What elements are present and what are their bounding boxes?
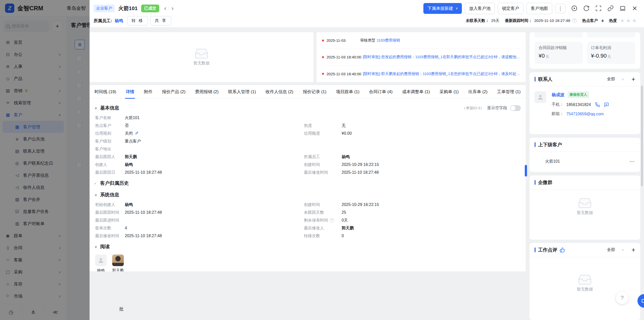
tab-item[interactable]: 费用报销 (2) [195,85,219,99]
heat-drop-icon[interactable] [600,19,605,23]
refresh-icon[interactable] [583,5,590,12]
create-subdoc-button[interactable]: 下属单据新建 ∨ [423,3,462,14]
field-label: 转移次数 [304,233,342,238]
laptop-icon[interactable] [619,5,626,12]
detail-header: 企业客户 火箭101 已成交 ‹ › 下属单据新建 ∨ 放入客户池 锁定客户 客… [90,0,644,27]
tab-label: 详情 [126,89,134,95]
notice-link[interactable]: [限时审批]-郭天鹏发起的费用报销：1103费用报销_1在您的审批节点已超过3分… [363,72,520,76]
tab-item[interactable]: 出库单 (2) [468,85,488,99]
edit-icon[interactable]: ✎ [135,131,138,136]
panel-header: 联系人 全部 ∨ + [530,72,640,86]
panel-header: 上下级客户 [530,138,640,152]
help-circle-icon[interactable]: ? [572,18,577,23]
empty-text: 暂无数据 [577,287,593,292]
filter-select[interactable]: 全部 [607,247,615,253]
section-basic-header[interactable]: ∨ 基本信息 （单据ID:3） 显示空字段 [95,105,521,111]
reader-item[interactable]: 郭天鹏 [112,255,124,271]
stat-cards-cut [535,32,635,38]
move-to-pool-button[interactable]: 放入客户池 [465,3,495,14]
heat-stars[interactable]: ★★★ [620,18,638,24]
customer-map-button[interactable]: 客户地图 [527,3,552,14]
scrollbar[interactable] [641,86,643,186]
chevron-down-icon: ∨ [622,248,624,252]
panel-header: 企微群 [530,175,640,190]
notice-item[interactable]: 2025-11-03 18:40:00 [限时审批]-郭天鹏发起的费用报销：11… [322,65,520,82]
panel-title: 工作点评 [538,247,557,253]
tab-item[interactable]: 报价产品 (2) [162,85,186,99]
more-actions-button[interactable]: ⋮ [555,4,566,13]
help-circle-icon[interactable]: ? [330,218,334,223]
tab-item[interactable]: 报价记录 (1) [303,85,327,99]
chat-icon[interactable] [604,102,609,107]
contact-name[interactable]: 杨成波 [552,92,565,98]
tab-label: 报价产品 (2) [162,89,186,95]
notice-item[interactable]: 2025-11-03 18:40:00 [限时审批]-您发起的费用报销：1103… [322,49,520,65]
section-history-header[interactable]: › 客户归属历史 [95,180,521,187]
notice-link[interactable]: 1103费用报销 [377,38,400,43]
field-value: 关闭✎ [125,131,304,136]
tab-item[interactable]: 联系人管理 (1) [228,85,256,99]
panel-title: 上下级客户 [538,141,562,148]
panel-collapse-handle[interactable] [525,165,527,176]
header-actions: 下属单据新建 ∨ 放入客户池 锁定客户 客户地图 ⋮ [423,3,638,14]
tab-label: 成本调整单 (1) [402,89,430,95]
more-icon[interactable]: ⋯ [629,158,635,164]
field-label: 热度 [304,123,342,128]
field-value: 否 [125,123,304,128]
tab-item[interactable]: 合同订单 (4) [369,85,393,99]
phone-label: 手机： [552,102,564,107]
next-record-button[interactable]: › [172,5,174,12]
show-empty-toggle[interactable] [510,105,521,111]
show-empty-label: 显示空字段 [487,105,507,111]
avatar [535,91,546,103]
tab-label: 费用报销 (2) [195,89,219,95]
section-system-header[interactable]: ∨ 系统信息 [95,192,521,198]
email-value[interactable]: 754710659@qq.com [566,112,604,116]
field-label: 信用额度 [304,131,342,136]
field-label: 最后跟踪时间 [95,210,125,215]
last-track-value: 2025-11-10 18:27:48 [534,18,570,23]
lock-customer-button[interactable]: 锁定客户 [498,3,524,14]
play-circle-icon[interactable] [571,5,578,12]
section-title: 基本信息 [100,105,119,111]
field-value: 郭天鹏 [125,154,304,159]
share-button[interactable]: 共 享 [150,16,171,25]
hierarchy-item[interactable]: 火箭101 ⋯ [530,152,640,164]
chevron-down-icon: ∨ [622,77,624,81]
tab-item[interactable]: 时间线 (19) [95,85,116,99]
transfer-button[interactable]: 转 移 [127,16,148,25]
add-review-button[interactable]: + [631,246,635,254]
reader-item[interactable]: 杨鸣 [95,255,107,271]
stat-writeoff: 合同回款冲销额 ¥0元 [535,42,583,64]
tab-item[interactable]: 工单管理 (1) [497,85,521,99]
tab-item[interactable]: 项目跟单 (1) [336,85,359,99]
link-icon[interactable] [607,5,614,12]
customer-title: 火箭101 [118,5,138,12]
notice-link[interactable]: [限时审批]-您发起的费用报销：1103费用报销_1在郭天鹏的审批节点已超过3分… [363,55,520,59]
tab-item[interactable]: 详情 [126,85,134,99]
section-read-header[interactable]: ∨ 阅读 [95,243,521,250]
thumbs-up-icon[interactable] [560,247,565,253]
filter-select[interactable]: 全部 [607,77,615,82]
email-label: 邮箱： [552,111,564,117]
phone-icon[interactable] [595,102,600,107]
screen: Z 金智CRM 青岛金智 + ⊞ 首页 ⊡ 办公 [0,0,644,320]
tab-item[interactable]: 采购单 (1) [439,85,459,99]
uncontacted-days-label: 未联系天数： [466,18,489,23]
notice-time: 2025-11-03 [327,38,346,43]
owner-value[interactable]: 杨鸣 [115,18,123,24]
help-button[interactable]: ? [616,292,628,304]
fullscreen-icon[interactable] [595,5,602,12]
customer-type-tag: 企业客户 [94,5,115,12]
tab-item[interactable]: 附件 [144,85,152,99]
detail-body: ∨ 基本信息 （单据ID:3） 显示空字段 客户名称火箭101 热点客户否热度无… [90,99,526,271]
reader-list: 杨鸣 郭天鹏 [95,255,521,271]
notice-item[interactable]: 2025-11-03 审核类型 1103费用报销 [322,32,520,49]
prev-record-button[interactable]: ‹ [164,5,166,12]
field-label: 客户名称 [95,115,125,120]
tab-item[interactable]: 成本调整单 (1) [402,85,430,99]
tab-item[interactable]: 收件人信息 (2) [265,85,293,99]
close-icon[interactable] [631,5,638,12]
add-contact-button[interactable]: + [631,76,635,83]
chevron-down-icon: ∨ [95,106,100,110]
